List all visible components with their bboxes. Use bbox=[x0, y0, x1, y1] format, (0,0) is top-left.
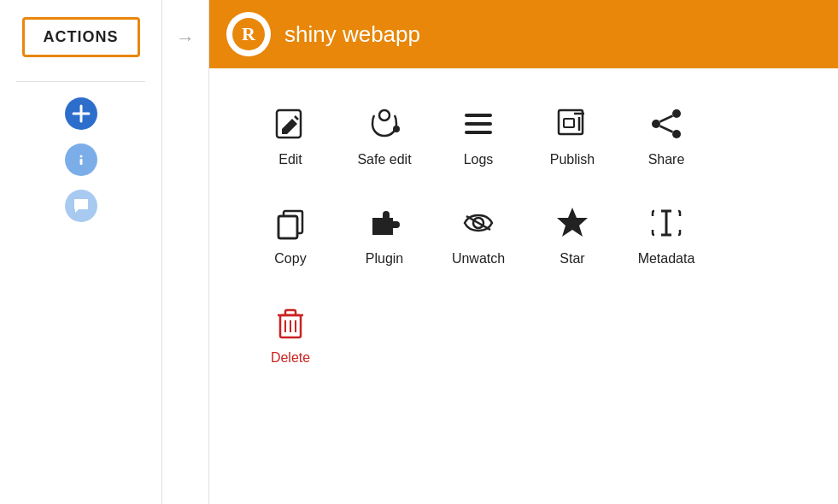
svg-text:R: R bbox=[242, 23, 256, 44]
star-icon bbox=[554, 202, 591, 244]
svg-line-20 bbox=[660, 126, 673, 132]
metadata-label: Metadata bbox=[638, 251, 695, 267]
copy-label: Copy bbox=[274, 251, 306, 267]
svg-rect-9 bbox=[465, 114, 492, 117]
delete-icon bbox=[272, 301, 309, 343]
edit-label: Edit bbox=[278, 152, 302, 167]
svg-rect-22 bbox=[278, 216, 297, 238]
publish-icon bbox=[554, 103, 591, 145]
edit-action[interactable]: Edit bbox=[243, 94, 337, 176]
svg-point-7 bbox=[379, 110, 390, 120]
svg-marker-27 bbox=[557, 208, 588, 237]
chat-icon[interactable] bbox=[65, 190, 97, 222]
metadata-icon bbox=[648, 202, 685, 244]
svg-point-18 bbox=[672, 130, 681, 138]
svg-point-16 bbox=[672, 109, 681, 118]
actions-grid: Edit Safe edit bbox=[243, 94, 804, 374]
plugin-label: Plugin bbox=[366, 251, 403, 267]
copy-action[interactable]: Copy bbox=[243, 193, 337, 275]
app-logo: R bbox=[226, 12, 271, 56]
actions-panel: Edit Safe edit bbox=[209, 68, 838, 504]
safe-edit-label: Safe edit bbox=[357, 152, 411, 167]
add-icon[interactable] bbox=[65, 97, 97, 130]
metadata-action[interactable]: Metadata bbox=[619, 193, 713, 275]
publish-label: Publish bbox=[550, 152, 595, 167]
r-logo-svg: R bbox=[232, 18, 265, 50]
arrow-icon: → bbox=[176, 27, 195, 50]
unwatch-action[interactable]: Unwatch bbox=[431, 193, 525, 275]
delete-action[interactable]: Delete bbox=[243, 292, 337, 374]
info-icon-svg bbox=[73, 152, 89, 167]
share-icon bbox=[648, 103, 685, 145]
edit-icon bbox=[272, 103, 309, 145]
logs-icon bbox=[460, 103, 497, 145]
unwatch-label: Unwatch bbox=[452, 251, 505, 267]
svg-point-17 bbox=[652, 120, 660, 128]
arrow-area: → bbox=[162, 0, 209, 504]
plugin-action[interactable]: Plugin bbox=[337, 193, 431, 275]
header-title: shiny webapp bbox=[284, 21, 420, 48]
logs-label: Logs bbox=[464, 152, 494, 167]
svg-rect-11 bbox=[465, 131, 492, 134]
publish-action[interactable]: Publish bbox=[525, 94, 619, 176]
plugin-icon bbox=[366, 202, 403, 244]
star-action[interactable]: Star bbox=[525, 193, 619, 275]
svg-point-8 bbox=[393, 126, 400, 132]
safe-edit-action[interactable]: Safe edit bbox=[337, 94, 431, 176]
header: R shiny webapp bbox=[209, 0, 838, 68]
sidebar-divider bbox=[16, 81, 145, 82]
logs-action[interactable]: Logs bbox=[431, 94, 525, 176]
svg-rect-13 bbox=[564, 119, 574, 127]
svg-point-2 bbox=[79, 155, 82, 158]
svg-rect-3 bbox=[79, 159, 82, 165]
delete-label: Delete bbox=[271, 350, 310, 366]
svg-rect-10 bbox=[465, 122, 492, 126]
svg-rect-24 bbox=[393, 221, 398, 228]
svg-line-19 bbox=[660, 116, 673, 122]
main-content: R shiny webapp Edit bbox=[209, 0, 838, 504]
copy-icon bbox=[272, 202, 309, 244]
chat-icon-svg bbox=[73, 198, 90, 214]
star-label: Star bbox=[560, 251, 584, 267]
plus-icon bbox=[72, 104, 91, 123]
share-action[interactable]: Share bbox=[619, 94, 713, 176]
share-label: Share bbox=[648, 152, 685, 167]
safe-edit-icon bbox=[366, 103, 403, 145]
unwatch-icon bbox=[460, 202, 497, 244]
actions-button[interactable]: ACTIONS bbox=[22, 17, 140, 57]
info-icon[interactable] bbox=[65, 144, 97, 176]
sidebar: ACTIONS bbox=[0, 0, 162, 504]
